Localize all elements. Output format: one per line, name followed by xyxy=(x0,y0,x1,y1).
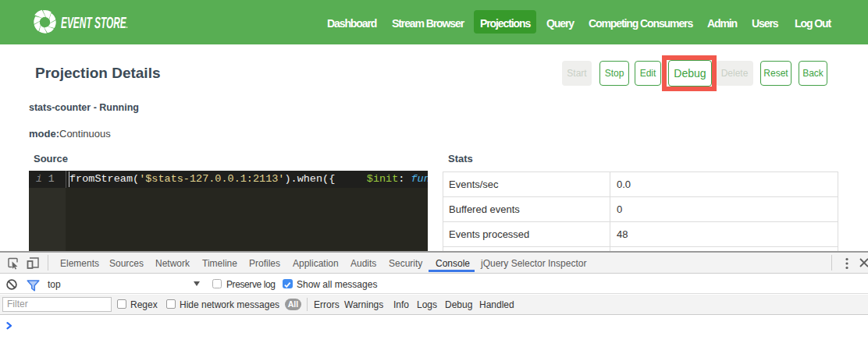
svg-text:EVENT STORE.: EVENT STORE. xyxy=(61,14,128,32)
